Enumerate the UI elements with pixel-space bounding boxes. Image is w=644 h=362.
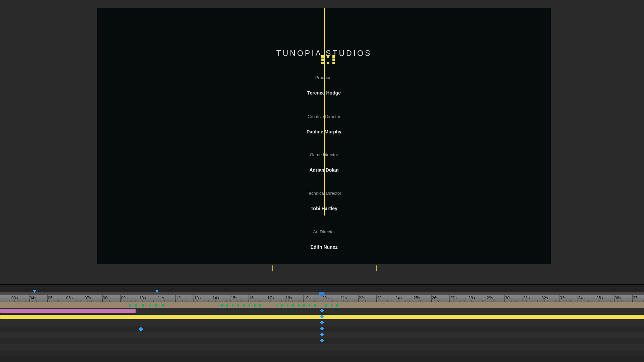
composition-marker[interactable]	[336, 304, 338, 307]
ruler-tick[interactable]: 32s	[541, 295, 559, 302]
ruler-tick[interactable]: 37s	[632, 295, 644, 302]
ruler-tick[interactable]: 36s	[614, 295, 633, 302]
work-area-end-handle[interactable]	[155, 290, 159, 293]
ruler-tick[interactable]: 26s	[431, 295, 450, 302]
ruler-tick[interactable]: 28s	[468, 295, 486, 302]
keyframe-icon[interactable]	[139, 327, 143, 331]
ruler-tick[interactable]: 06s	[66, 295, 84, 302]
resize-handle[interactable]	[327, 55, 329, 58]
composition-marker[interactable]	[237, 304, 239, 307]
composition-marker[interactable]	[303, 304, 305, 307]
ruler-tick-label: 10s	[140, 296, 146, 300]
ruler-tick[interactable]: 20s	[322, 295, 340, 302]
ruler-tick-label: 31s	[523, 296, 530, 300]
resize-handle[interactable]	[332, 55, 335, 58]
ruler-tick[interactable]: 04s	[29, 295, 48, 302]
ruler-tick[interactable]: 07s	[84, 295, 102, 302]
ruler-tick-label: 18s	[286, 296, 292, 300]
ruler-tick[interactable]: 17s	[267, 295, 285, 302]
composition-marker[interactable]	[221, 304, 223, 307]
timeline-panel: 03s04s05s06s07s08s09s10s11s12s13s14s15s1…	[0, 284, 644, 362]
ruler-tick[interactable]: 21s	[340, 295, 358, 302]
composition-marker[interactable]	[254, 304, 256, 307]
resize-handle[interactable]	[321, 55, 324, 58]
ruler-tick[interactable]: 09s	[120, 295, 139, 302]
ruler-tick-label: 12s	[176, 296, 182, 300]
ruler-tick-label: 27s	[450, 296, 457, 300]
ruler-tick-label: 22s	[359, 296, 365, 300]
composition-marker[interactable]	[325, 304, 327, 307]
ruler-tick[interactable]: 22s	[358, 295, 377, 302]
ruler-tick[interactable]: 34s	[578, 295, 596, 302]
composition-marker[interactable]	[226, 304, 228, 307]
composition-marker[interactable]	[249, 304, 250, 307]
composition-marker[interactable]	[243, 304, 245, 307]
ruler-tick[interactable]: 25s	[413, 295, 431, 302]
ruler-tick[interactable]: 35s	[596, 295, 614, 302]
composition-marker[interactable]	[129, 304, 131, 307]
ruler-tick[interactable]: 24s	[395, 295, 413, 302]
ruler-tick[interactable]: 08s	[102, 295, 121, 302]
ruler-tick[interactable]: 27s	[449, 295, 468, 302]
work-area-start-handle[interactable]	[33, 290, 36, 293]
ruler-tick[interactable]: 12s	[175, 295, 194, 302]
ruler-tick[interactable]: 16s	[249, 295, 267, 302]
ruler-tick[interactable]: 15s	[230, 295, 249, 302]
composition-marker[interactable]	[314, 304, 316, 307]
navigator-marker[interactable]	[272, 265, 273, 271]
composition-marker[interactable]	[135, 304, 137, 307]
time-navigator-strip[interactable]	[0, 264, 644, 272]
playhead-tick-icon	[320, 308, 324, 312]
ruler-tick[interactable]: 29s	[486, 295, 504, 302]
composition-marker[interactable]	[155, 304, 157, 307]
resize-handle[interactable]	[321, 59, 324, 61]
composition-marker[interactable]	[142, 304, 144, 307]
ruler-tick-label: 21s	[340, 296, 347, 300]
composition-marker[interactable]	[292, 304, 294, 307]
resize-handle[interactable]	[327, 62, 329, 64]
ruler-tick[interactable]: 11s	[157, 295, 175, 302]
ruler-tick-label: 19s	[304, 296, 310, 300]
composition-marker[interactable]	[162, 304, 164, 307]
ruler-tick-label: 20s	[322, 296, 329, 300]
ruler-tick[interactable]: 03s	[11, 295, 29, 302]
ruler-tick[interactable]: 10s	[139, 295, 157, 302]
ruler-tick[interactable]: 23s	[376, 295, 395, 302]
composition-marker[interactable]	[281, 304, 283, 307]
ruler-tick[interactable]: 31s	[523, 295, 541, 302]
composition-marker[interactable]	[276, 304, 277, 307]
ruler-tick[interactable]: 05s	[47, 295, 66, 302]
resize-handle[interactable]	[332, 59, 335, 61]
composition-marker[interactable]	[259, 304, 261, 307]
ruler-tick-label: 16s	[249, 296, 256, 300]
ruler-tick-label: 30s	[505, 296, 512, 300]
selection-bounding-box[interactable]	[321, 55, 335, 64]
ruler-tick-label: 34s	[578, 296, 585, 300]
playhead-tick-icon	[320, 326, 324, 330]
ruler-tick-label: 32s	[542, 296, 548, 300]
ruler-tick-label: 14s	[213, 296, 219, 300]
layer-clip[interactable]	[0, 309, 136, 313]
composition-marker[interactable]	[232, 304, 233, 307]
ruler-tick[interactable]: 19s	[303, 295, 322, 302]
ruler-tick[interactable]: 13s	[194, 295, 212, 302]
ruler-tick-label: 26s	[432, 296, 438, 300]
ruler-tick[interactable]: 18s	[285, 295, 304, 302]
ruler-tick[interactable]: 33s	[559, 295, 578, 302]
ruler-tick-label: 28s	[469, 296, 475, 300]
ruler-tick-label: 03s	[11, 296, 18, 300]
preview-area: TUNOPIA STUDIOS Producer Terence Hodge C…	[0, 0, 644, 273]
composition-marker[interactable]	[150, 304, 151, 307]
ruler-tick[interactable]: 30s	[504, 295, 523, 302]
resize-handle[interactable]	[321, 62, 324, 64]
composition-marker[interactable]	[298, 304, 300, 307]
composition-marker[interactable]	[331, 304, 332, 307]
navigator-marker[interactable]	[376, 265, 377, 271]
ruler-tick-label: 13s	[194, 296, 201, 300]
playhead-tick-icon	[320, 339, 324, 342]
resize-handle[interactable]	[332, 62, 335, 64]
composition-marker[interactable]	[309, 304, 310, 307]
ruler-tick-label: 36s	[615, 296, 621, 300]
composition-marker[interactable]	[287, 304, 288, 307]
ruler-tick[interactable]: 14s	[212, 295, 230, 302]
